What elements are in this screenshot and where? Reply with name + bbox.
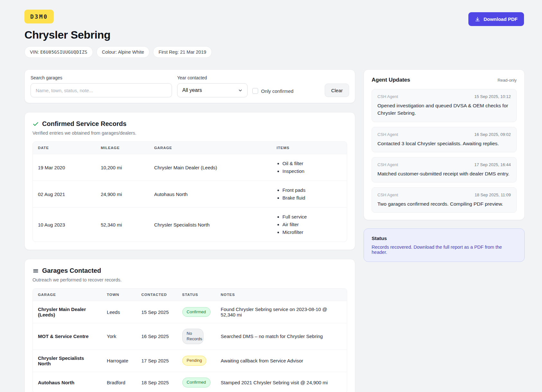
download-icon — [475, 16, 480, 22]
year-group: Year contacted All years — [177, 75, 248, 97]
cell-garage: Chrysler Main Dealer (Leeds) — [149, 154, 271, 181]
update-timestamp: 16 Sep 2025, 09:02 — [474, 132, 511, 137]
update-timestamp: 17 Sep 2025, 16:44 — [474, 162, 511, 167]
cell-status: Pending — [177, 350, 216, 372]
item: Brake fluid — [283, 194, 342, 202]
agent-update-item: CSH Agent 16 Sep 2025, 09:02 Contacted 3… — [372, 127, 517, 152]
item: Microfilter — [283, 228, 342, 236]
update-timestamp: 15 Sep 2025, 10:12 — [474, 94, 511, 99]
confirmed-records-title: Confirmed Service Records — [42, 120, 126, 128]
status-badge: No Records — [182, 329, 203, 344]
cell-notes: Searched DMS – no match for Chrysler Seb… — [216, 323, 347, 350]
search-label: Search garages — [31, 75, 172, 80]
garages-contacted-title: Garages Contacted — [42, 267, 101, 274]
year-select[interactable]: All years — [177, 83, 248, 97]
agent-update-list: CSH Agent 15 Sep 2025, 10:12 Opened inve… — [372, 89, 517, 213]
cell-mileage: 24,900 mi — [95, 181, 149, 208]
cell-garage: Chrysler Specialists North — [149, 208, 271, 242]
col-mileage: Mileage — [95, 142, 149, 154]
table-row: 02 Aug 2021 24,900 mi Autohaus North Fro… — [33, 181, 347, 208]
colour-chip: Colour: Alpine White — [96, 46, 149, 58]
cell-garage: Autohaus North — [33, 372, 102, 392]
col-contacted: Contacted — [136, 289, 177, 301]
search-input[interactable] — [31, 83, 172, 97]
cell-garage: MOT & Service Centre — [33, 323, 102, 350]
agent-updates-card: Agent Updates Read-only CSH Agent 15 Sep… — [364, 69, 525, 220]
col-items: Items — [272, 142, 347, 154]
update-message: Opened investigation and queued DVSA & O… — [377, 102, 511, 117]
table-header-row: Date Mileage Garage Items — [33, 142, 347, 154]
readonly-label: Read-only — [498, 78, 517, 83]
menu-lines-icon — [32, 268, 39, 274]
filters-bar: Search garages Year contacted All years — [24, 69, 355, 103]
table-row: 19 Mar 2020 10,200 mi Chrysler Main Deal… — [33, 154, 347, 181]
only-confirmed-label: Only confirmed — [261, 88, 294, 94]
item: Oil & filter — [283, 160, 342, 167]
cell-items: Oil & filter Inspection — [272, 154, 347, 181]
check-icon — [32, 121, 39, 127]
page-title: Chrysler Sebring — [24, 29, 212, 41]
cell-date: 10 Aug 2023 — [33, 208, 95, 242]
content-layout: Search garages Year contacted All years — [24, 69, 524, 392]
cell-status: Confirmed — [177, 301, 216, 323]
header: D3M0 Chrysler Sebring VIN: E6U05GSIUUGUQ… — [24, 10, 524, 58]
cell-date: 19 Mar 2020 — [33, 154, 95, 181]
confirmed-records-table: Date Mileage Garage Items 19 Mar 2020 10… — [32, 141, 347, 242]
main-column: Search garages Year contacted All years — [24, 69, 355, 392]
item: Front pads — [283, 186, 342, 194]
cell-town: Harrogate — [102, 350, 136, 372]
cell-mileage: 52,340 mi — [95, 208, 149, 242]
table-row: Autohaus North Bradford 18 Sep 2025 Conf… — [33, 372, 347, 392]
garages-contacted-card: Garages Contacted Outreach we performed … — [24, 259, 355, 392]
update-message: Contacted 3 local Chrysler specialists. … — [377, 140, 511, 147]
item: Air filter — [283, 221, 342, 228]
status-message: Records recovered. Download the full rep… — [372, 245, 517, 255]
garages-contacted-subtitle: Outreach we performed to recover records… — [32, 277, 347, 282]
cell-date: 02 Aug 2021 — [33, 181, 95, 208]
cell-garage: Autohaus North — [149, 181, 271, 208]
vin-value: E6U05GSIUUGUQDIZS — [40, 49, 87, 55]
chevron-down-icon — [238, 88, 243, 93]
clear-button[interactable]: Clear — [325, 84, 349, 97]
cell-garage: Chrysler Specialists North — [33, 350, 102, 372]
only-confirmed-group: Only confirmed — [252, 88, 294, 97]
col-garage: Garage — [33, 289, 102, 301]
col-date: Date — [33, 142, 95, 154]
cell-contacted: 15 Sep 2025 — [136, 301, 177, 323]
confirmed-records-subtitle: Verified entries we obtained from garage… — [32, 130, 347, 136]
vin-label: VIN: — [30, 49, 39, 55]
download-pdf-button[interactable]: Download PDF — [468, 12, 524, 26]
cell-items: Front pads Brake fluid — [272, 181, 347, 208]
cell-items: Full service Air filter Microfilter — [272, 208, 347, 242]
cell-garage: Chrysler Main Dealer (Leeds) — [33, 301, 102, 323]
cell-contacted: 17 Sep 2025 — [136, 350, 177, 372]
download-pdf-label: Download PDF — [483, 16, 518, 22]
update-agent: CSH Agent — [377, 132, 398, 137]
table-row: 10 Aug 2023 52,340 mi Chrysler Specialis… — [33, 208, 347, 242]
page: D3M0 Chrysler Sebring VIN: E6U05GSIUUGUQ… — [0, 0, 542, 392]
update-agent: CSH Agent — [377, 162, 398, 167]
garages-contacted-table: Garage Town Contacted Status Notes Chrys… — [32, 288, 347, 392]
update-agent: CSH Agent — [377, 192, 398, 197]
cell-contacted: 16 Sep 2025 — [136, 323, 177, 350]
sidebar: Agent Updates Read-only CSH Agent 15 Sep… — [364, 69, 525, 262]
vin-chip: VIN: E6U05GSIUUGUQDIZS — [24, 46, 93, 58]
cell-mileage: 10,200 mi — [95, 154, 149, 181]
update-message: Matched customer-submitted receipt with … — [377, 170, 511, 177]
only-confirmed-checkbox[interactable] — [252, 88, 258, 94]
status-badge: Confirmed — [182, 378, 211, 388]
update-message: Two garages confirmed records. Compiling… — [377, 200, 511, 208]
status-title: Status — [372, 236, 517, 241]
cell-notes: Awaiting callback from Service Advisor — [216, 350, 347, 372]
first-reg-chip: First Reg: 21 Mar 2019 — [153, 46, 212, 58]
cell-notes: Stamped 2021 Chrysler Sebring visit @ 24… — [216, 372, 347, 392]
cell-contacted: 18 Sep 2025 — [136, 372, 177, 392]
item: Inspection — [283, 167, 342, 175]
demo-badge: D3M0 — [24, 10, 54, 23]
cell-notes: Found Chrysler Sebring service on 2023-0… — [216, 301, 347, 323]
col-notes: Notes — [216, 289, 347, 301]
table-row: MOT & Service Centre York 16 Sep 2025 No… — [33, 323, 347, 350]
confirmed-records-card: Confirmed Service Records Verified entri… — [24, 112, 355, 250]
table-row: Chrysler Specialists North Harrogate 17 … — [33, 350, 347, 372]
update-agent: CSH Agent — [377, 94, 398, 99]
